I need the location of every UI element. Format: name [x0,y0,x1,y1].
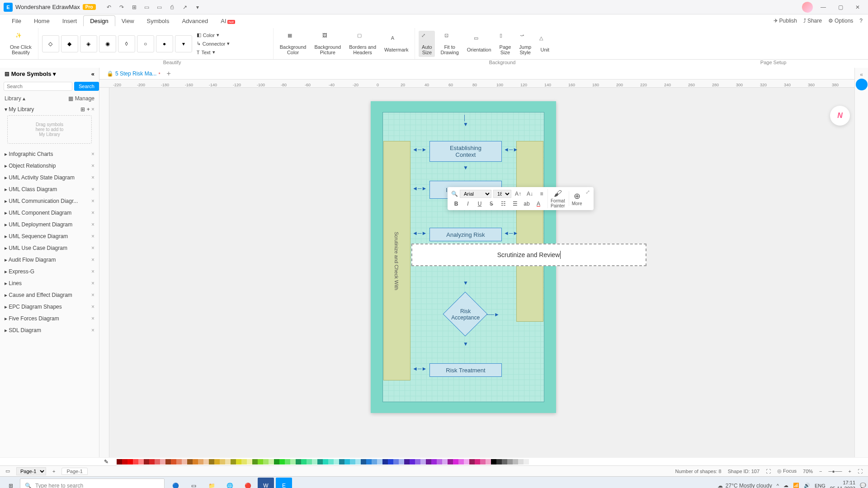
color-swatch[interactable] [138,459,144,465]
color-swatch[interactable] [307,459,312,465]
weather-widget[interactable]: ☁ 27°C Mostly cloudy [717,483,772,488]
font-size-select[interactable]: 18 [493,190,511,198]
word-icon[interactable]: W [258,478,274,488]
symbol-drop-zone[interactable]: Drag symbols here to add to My Library [7,115,92,144]
color-swatch[interactable] [415,459,420,465]
open-button[interactable]: ▭ [143,3,151,11]
print-button[interactable]: ⎙ [168,3,176,11]
color-swatch[interactable] [502,459,507,465]
text-case-button[interactable]: ab [522,199,532,208]
start-button[interactable]: ⊞ [2,478,20,488]
ribbon-text-dropdown[interactable]: T Text ▾ [195,48,232,56]
canvas[interactable]: Scrutinize and Check With Establishing C… [99,88,868,457]
menu-home[interactable]: Home [28,16,56,26]
zoom-in-button[interactable]: + [849,469,851,474]
beautify-styles[interactable]: ◇◆ ◈◉ ◊○ ●▾ [42,35,192,52]
menu-ai[interactable]: AIhot [214,16,241,26]
minimize-button[interactable]: — [816,2,830,13]
symbol-search-button[interactable]: Search [74,82,99,91]
zoom-out-button[interactable]: − [819,469,822,474]
file-explorer-icon[interactable]: 📁 [203,478,220,488]
color-swatch[interactable] [296,459,301,465]
shape-category[interactable]: ▸ Lines× [0,277,99,289]
color-swatch[interactable] [464,459,469,465]
new-button[interactable]: ⊞ [130,3,138,11]
color-swatch[interactable] [350,459,355,465]
toolbar-expand-icon[interactable]: ⤢ [585,189,590,195]
right-panel-toggle-icon[interactable] [856,79,868,90]
color-swatch[interactable] [404,459,410,465]
bullet-list-button[interactable]: ☰ [510,199,520,208]
color-swatch[interactable] [160,459,165,465]
color-swatch[interactable] [382,459,388,465]
focus-button[interactable]: ◎ Focus [777,468,797,474]
ai-assistant-button[interactable]: N [830,106,850,126]
menu-file[interactable]: File [5,16,28,26]
color-swatch[interactable] [426,459,431,465]
options-button[interactable]: ⚙ Options [828,18,853,24]
color-swatch[interactable] [279,459,285,465]
format-painter-button[interactable]: 🖌Format Painter [547,189,568,208]
color-swatch[interactable] [361,459,366,465]
color-swatch[interactable] [117,459,122,465]
color-swatch[interactable] [458,459,464,465]
menu-view[interactable]: View [115,16,141,26]
shape-category[interactable]: ▸ Five Forces Diagram× [0,313,99,324]
menu-insert[interactable]: Insert [56,16,84,26]
collapse-panel-button[interactable]: « [91,70,94,77]
document-tab[interactable]: 🔒 5 Step Risk Ma... • [103,70,164,78]
color-swatch[interactable] [133,459,138,465]
color-swatch[interactable] [285,459,290,465]
task-view-icon[interactable]: ▭ [185,478,202,488]
bold-button[interactable]: B [451,199,461,208]
color-swatch[interactable] [263,459,269,465]
color-swatch[interactable] [214,459,220,465]
more-format-button[interactable]: ⊕More [569,191,585,206]
color-swatch[interactable] [496,459,502,465]
color-swatch[interactable] [513,459,518,465]
color-swatch[interactable] [155,459,160,465]
color-swatch[interactable] [355,459,361,465]
user-avatar[interactable] [802,2,813,13]
numbered-list-button[interactable]: ☷ [498,199,508,208]
edrawmax-task-icon[interactable]: E [276,478,292,488]
page-size-button[interactable]: ▯Page Size [497,31,514,57]
menu-symbols[interactable]: Symbols [141,16,176,26]
tray-chevron-icon[interactable]: ^ [777,483,779,488]
color-swatch[interactable] [393,459,399,465]
undo-button[interactable]: ↶ [105,3,113,11]
color-swatch[interactable] [442,459,448,465]
shape-category[interactable]: ▸ EPC Diagram Shapes× [0,301,99,313]
color-swatch[interactable] [518,459,524,465]
color-swatch[interactable] [241,459,247,465]
tray-network-icon[interactable]: 📶 [793,483,799,488]
lib-plus-icon[interactable]: + [87,106,90,113]
shape-category[interactable]: ▸ UML Use Case Diagram× [0,242,99,254]
color-swatch[interactable] [149,459,155,465]
close-button[interactable]: ✕ [851,2,864,13]
watermark-button[interactable]: AWatermark [382,33,411,54]
flow-node-treatment[interactable]: Risk Treatment [429,363,502,377]
color-swatch[interactable] [127,459,133,465]
decrease-font-button[interactable]: A↓ [525,189,535,198]
shape-category[interactable]: ▸ Express-G× [0,266,99,277]
right-panel-collapsed[interactable]: « [854,68,868,457]
shape-category[interactable]: ▸ UML Sequence Diagram× [0,230,99,242]
color-swatch[interactable] [269,459,274,465]
menu-advanced[interactable]: Advanced [175,16,214,26]
edge-icon[interactable]: 🌐 [222,478,238,488]
color-swatch[interactable] [491,459,496,465]
tray-date[interactable]: 05-11-2023 [830,486,855,488]
shape-category[interactable]: ▸ Audit Flow Diagram× [0,254,99,266]
color-swatch[interactable] [448,459,453,465]
strike-button[interactable]: S̶ [486,199,496,208]
font-family-select[interactable]: Arial [460,190,491,198]
color-swatch[interactable] [111,459,117,465]
shape-category[interactable]: ▸ Infographic Charts× [0,148,99,160]
color-swatch[interactable] [469,459,475,465]
color-swatch[interactable] [165,459,171,465]
fit-page-button[interactable]: ⛶ [858,469,863,474]
qat-more[interactable]: ▾ [193,3,202,11]
my-library-label[interactable]: My Library [9,106,34,113]
tray-cloud-icon[interactable]: ☁ [783,483,788,488]
